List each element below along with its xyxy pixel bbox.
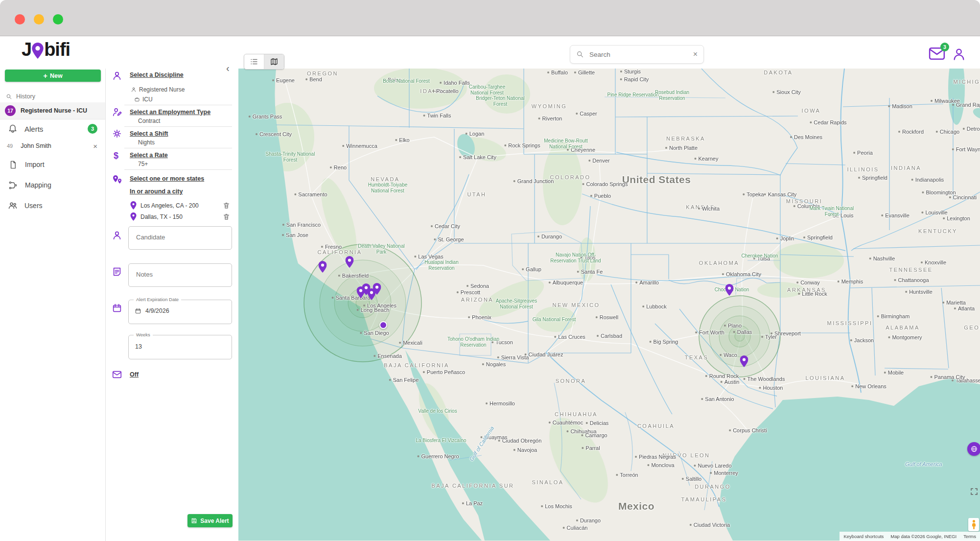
city-label: Dallas, TX - 150 (140, 213, 183, 220)
employment-value: Contract (138, 118, 160, 124)
discipline-person-icon (112, 71, 122, 81)
logo-text-right: bifi (44, 39, 70, 60)
states-pins-icon (112, 174, 123, 186)
rate-value: 75+ (138, 161, 148, 167)
alerts-label: Alerts (24, 125, 43, 133)
select-states-link[interactable]: Select one or more states (130, 175, 204, 182)
candidate-input[interactable] (135, 233, 225, 241)
logo-text-left: J (22, 39, 31, 60)
search-icon (576, 50, 584, 58)
calendar-icon[interactable] (135, 307, 141, 314)
search-clear-icon[interactable]: × (693, 50, 698, 59)
open-alert-label: John Smith (21, 142, 51, 149)
around-city-link[interactable]: In or around a city (130, 188, 183, 195)
global-search[interactable]: × (570, 45, 704, 64)
candidate-field[interactable] (128, 226, 232, 250)
person-icon (131, 87, 137, 93)
select-employment-link[interactable]: Select an Employment Type (130, 109, 210, 116)
weeks-field[interactable]: Weeks 13 (128, 335, 232, 359)
globe-icon (970, 445, 978, 453)
map-canvas[interactable]: United StatesMexicoOREGONIDAHOWYOMINGDAK… (238, 69, 980, 541)
search-icon (6, 94, 12, 100)
map-attribution: Keyboard shortcuts Map data ©2026 Google… (840, 532, 980, 541)
briefcase-icon (134, 96, 140, 102)
messages-count-badge: 3 (940, 43, 949, 51)
save-icon (191, 517, 197, 524)
open-alert-item[interactable]: 49 John Smith × (0, 140, 105, 152)
notes-field[interactable] (128, 263, 232, 287)
collapse-panel-button[interactable]: ‹ (226, 63, 230, 74)
weeks-label: Weeks (134, 332, 153, 337)
specialty-value: ICU (134, 96, 153, 103)
sidebar-item-users[interactable]: Users (0, 198, 105, 213)
candidate-person-icon (112, 230, 122, 241)
select-discipline-link[interactable]: Select a Discipline (130, 71, 184, 78)
account-button[interactable] (952, 47, 966, 64)
sidebar-divider (105, 69, 106, 541)
email-toggle-link[interactable]: Off (130, 371, 139, 378)
map-view-button[interactable] (264, 54, 284, 69)
notes-input[interactable] (135, 270, 225, 279)
close-window-button[interactable] (15, 14, 25, 24)
expiration-label: Alert Expiration Date (134, 297, 181, 302)
logo-pin-icon (32, 43, 44, 59)
person-icon (952, 47, 966, 62)
globe-layer-button[interactable] (967, 442, 980, 456)
plus-icon: + (43, 71, 47, 80)
alert-radius-ring (356, 296, 370, 310)
alerts-count-badge: 3 (88, 124, 97, 134)
open-alert-id: 49 (7, 143, 13, 149)
location-pin-icon (130, 212, 137, 221)
users-icon (8, 201, 18, 211)
terms-link[interactable]: Terms (963, 534, 976, 539)
history-item-label: Registered Nurse - ICU (21, 107, 87, 114)
pegman-icon (971, 519, 977, 530)
shift-gear-icon (112, 128, 122, 139)
location-pin-icon (130, 201, 137, 210)
view-toggle (244, 54, 284, 70)
delete-city-icon[interactable] (223, 202, 230, 209)
app-logo: J bifi (22, 39, 70, 60)
history-search[interactable] (6, 90, 100, 103)
list-view-button[interactable] (244, 54, 264, 69)
list-icon (250, 57, 258, 66)
expiration-value: 4/9/2026 (145, 307, 169, 314)
select-shift-link[interactable]: Select a Shift (130, 130, 168, 137)
expiration-date-field[interactable]: Alert Expiration Date 4/9/2026 (128, 300, 232, 324)
sidebar-item-import[interactable]: Import (0, 157, 105, 172)
alert-radius-ring (735, 331, 745, 341)
sidebar-item-mapping[interactable]: Mapping (0, 177, 105, 193)
city-label: Los Angeles, CA - 200 (140, 202, 199, 209)
fullscreen-icon (970, 488, 978, 495)
notes-icon (112, 266, 122, 277)
weeks-value: 13 (135, 343, 232, 350)
delete-city-icon[interactable] (223, 213, 230, 220)
new-alert-button[interactable]: + New (5, 70, 101, 82)
users-label: Users (24, 202, 43, 210)
discipline-value: Registered Nurse (131, 86, 185, 93)
employment-person-edit-icon (112, 107, 122, 118)
save-alert-button[interactable]: Save Alert (187, 514, 233, 527)
hierarchy-icon (8, 181, 18, 190)
sidebar-item-alerts[interactable]: Alerts 3 (0, 121, 105, 137)
map-data-text: Map data ©2026 Google, INEGI (890, 534, 957, 539)
calendar-icon (112, 303, 122, 313)
keyboard-shortcuts-link[interactable]: Keyboard shortcuts (843, 534, 884, 539)
pegman-control[interactable] (968, 518, 979, 531)
mapping-label: Mapping (25, 181, 51, 189)
bell-icon (8, 124, 18, 134)
zoom-window-button[interactable] (53, 14, 63, 24)
file-icon (8, 160, 18, 169)
search-input[interactable] (588, 50, 693, 59)
history-search-input[interactable] (15, 93, 100, 100)
select-rate-link[interactable]: Select a Rate (130, 152, 168, 159)
fullscreen-button[interactable] (970, 488, 978, 497)
window-titlebar (0, 0, 980, 36)
history-item-count-badge: 17 (5, 105, 16, 116)
minimize-window-button[interactable] (34, 14, 44, 24)
map-geometry (238, 69, 980, 541)
history-item-registered-nurse-icu[interactable]: 17 Registered Nurse - ICU (0, 102, 105, 119)
alert-city-row: Dallas, TX - 150 (130, 211, 232, 222)
import-label: Import (25, 161, 45, 168)
close-icon[interactable]: × (93, 142, 97, 150)
